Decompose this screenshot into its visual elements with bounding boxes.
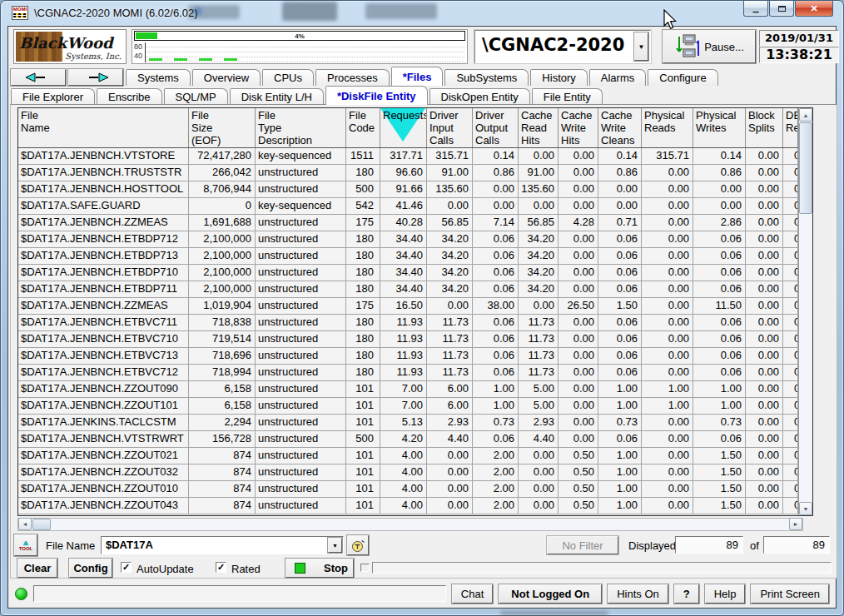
scroll-up-icon[interactable]: ▲	[799, 108, 812, 122]
column-header-file-type[interactable]: FileTypeDescription	[256, 108, 346, 147]
table-row[interactable]: $DAT17A.JENBNCH.ETBDP7102,100,000unstruc…	[18, 265, 798, 281]
table-row[interactable]: $DAT17A.JENBNCH.VTSTORE72,417,280key-seq…	[18, 148, 798, 165]
column-header-cache-write-hits[interactable]: CacheWriteHits	[559, 108, 598, 147]
column-header-cache-read-hits[interactable]: CacheReadHits	[519, 108, 559, 147]
column-header-db-re[interactable]: DBRe	[783, 108, 798, 147]
displayed-label: Displayed	[628, 539, 676, 552]
tab-file-entity[interactable]: File Entity	[532, 88, 603, 105]
tab-cpus[interactable]: CPUs	[262, 69, 314, 86]
rated-checkbox[interactable]: ✓	[216, 562, 226, 573]
files-sub-tab-bar: File ExplorerEnscribeSQL/MPDisk Entity L…	[11, 86, 834, 105]
table-row[interactable]: $DAT17A.JENBNCH.VTSTRWRT156,728unstructu…	[18, 431, 798, 448]
cell-db-re: 0	[783, 248, 798, 264]
stop-button[interactable]: Stop	[285, 559, 354, 578]
cell-file-type: unstructured	[256, 215, 346, 231]
table-row[interactable]: $DAT17A.JENBNCH.ZZOUT043874unstructured1…	[18, 498, 798, 514]
tab-scroll-left-button[interactable]	[11, 69, 66, 86]
cell-file-code: 180	[346, 365, 380, 380]
table-row[interactable]: $DAT17A.JENBNCH.ZZOUT010874unstructured1…	[18, 481, 798, 498]
column-header-driver-input-calls[interactable]: DriverInputCalls	[427, 108, 473, 147]
horizontal-scrollbar-thumb[interactable]	[32, 519, 51, 530]
tab-disk-entity-l-h[interactable]: Disk Entity L/H	[230, 88, 324, 105]
horizontal-scrollbar[interactable]: ◄ ►	[17, 518, 803, 531]
tab-enscribe[interactable]: Enscribe	[97, 88, 162, 105]
chat-button[interactable]: Chat	[452, 584, 493, 604]
cell-driver-output-calls: 0.06	[473, 281, 519, 297]
close-button[interactable]: ✕	[795, 1, 833, 17]
tab-processes[interactable]: Processes	[315, 69, 390, 86]
scroll-left-icon[interactable]: ◄	[18, 518, 32, 530]
cell-physical-writes: 0.06	[693, 431, 746, 447]
tab-alarms[interactable]: Alarms	[589, 69, 646, 86]
column-header-driver-output-calls[interactable]: DriverOutputCalls	[473, 108, 519, 147]
hints-button[interactable]: Hints On	[608, 584, 668, 604]
column-header-file-name[interactable]: FileName	[18, 108, 189, 147]
tab-diskfile-entity[interactable]: *DiskFile Entity	[325, 86, 428, 105]
file-name-combo[interactable]: $DAT17A ▼	[101, 536, 344, 554]
table-row[interactable]: $DAT17A.JENBNCH.ZZOUT032874unstructured1…	[18, 464, 798, 481]
scroll-down-icon[interactable]: ▼	[799, 502, 812, 515]
column-header-physical-writes[interactable]: PhysicalWrites	[693, 108, 746, 147]
help-button[interactable]: Help	[705, 584, 746, 604]
table-row[interactable]: $DAT17A.JENBNCH.ETBDP7112,100,000unstruc…	[18, 281, 798, 298]
autoupdate-checkbox[interactable]: ✓	[121, 562, 132, 573]
cell-block-splits: 0.00	[746, 148, 783, 164]
no-filter-button[interactable]: No Filter	[547, 536, 618, 554]
table-row[interactable]: $DAT17A.JENBNCH.ZZMEAS1,691,688unstructu…	[18, 215, 798, 231]
tab-sql-mp[interactable]: SQL/MP	[164, 88, 228, 105]
title-bar[interactable]: MOMI \CGNAC2-2020 MOMI (6.02/6.02) ▁ ✕	[1, 1, 843, 26]
tab-scroll-right-button[interactable]	[68, 69, 123, 86]
column-header-cache-write-cleans[interactable]: CacheWriteCleans	[598, 108, 642, 147]
table-row[interactable]: $DAT17A.JENBNCH.ETBDP7132,100,000unstruc…	[18, 248, 798, 265]
cell-physical-reads: 0.00	[642, 365, 693, 380]
tab-overview[interactable]: Overview	[192, 69, 261, 86]
table-row[interactable]: $DAT17A.JENBNCH.HOSTTOOL8,706,944unstruc…	[18, 181, 798, 198]
cell-cache-write-cleans: 0.06	[598, 315, 642, 330]
column-header-requests[interactable]: Requests	[380, 108, 427, 147]
table-row[interactable]: $DAT17A.JENBNCH.TRUSTSTR266,042unstructu…	[18, 165, 798, 181]
scroll-right-icon[interactable]: ►	[789, 518, 802, 530]
column-header-file-code[interactable]: FileCode	[346, 108, 380, 147]
vertical-scrollbar-thumb[interactable]	[799, 122, 812, 214]
table-row[interactable]: $DAT17A.SAFE.GUARD0key-sequenced54241.46…	[18, 198, 798, 215]
tab-files[interactable]: *Files	[391, 67, 444, 86]
tab-history[interactable]: History	[530, 69, 587, 86]
table-row[interactable]: $DAT17A.JENBNCH.ETBVC713718,696unstructu…	[18, 348, 798, 365]
system-selector[interactable]: \CGNAC2-2020 ▼	[474, 30, 651, 63]
table-row[interactable]: $DAT17A.JENBNCH.ZZOUT0906,158unstructure…	[18, 381, 798, 398]
cell-physical-writes: 0.06	[693, 315, 746, 330]
login-status-button[interactable]: Not Logged On	[499, 584, 602, 604]
table-row[interactable]: $DAT17A.JENBNCH.ZZOUT1016,158unstructure…	[18, 398, 798, 415]
tab-subsystems[interactable]: SubSystems	[444, 69, 529, 86]
combo-dropdown-arrow-icon[interactable]: ▼	[328, 538, 342, 553]
column-header-file-size[interactable]: FileSize(EOF)	[189, 108, 256, 147]
table-row[interactable]: $DAT17A.JENBNCH.ETBVC711718,838unstructu…	[18, 315, 798, 331]
filter-edit-button[interactable]	[347, 535, 369, 555]
pause-button[interactable]: Pause...	[663, 30, 756, 63]
table-row[interactable]: $DAT17A.JENBNCH.ZZMEAS1,019,904unstructu…	[18, 298, 798, 315]
system-dropdown-arrow-icon[interactable]: ▼	[634, 32, 648, 61]
cell-file-type: unstructured	[256, 165, 346, 181]
print-screen-button[interactable]: Print Screen	[751, 584, 829, 604]
tab-configure[interactable]: Configure	[648, 69, 717, 86]
cell-physical-reads: 0.00	[642, 281, 693, 297]
maximize-button[interactable]	[769, 1, 794, 17]
tool-button[interactable]: ▲ TOOL	[14, 534, 37, 556]
tab-diskopen-entity[interactable]: DiskOpen Entity	[429, 88, 530, 105]
table-row[interactable]: $DAT17A.JENBNCH.ETBVC710719,514unstructu…	[18, 331, 798, 348]
table-row[interactable]: $DAT17A.JENBNCH.ZZOUT021874unstructured1…	[18, 448, 798, 464]
tab-file-explorer[interactable]: File Explorer	[11, 88, 95, 105]
cell-requests: 11.93	[380, 365, 427, 380]
column-header-physical-reads[interactable]: PhysicalReads	[642, 108, 693, 147]
table-row[interactable]: $DAT17A.JENBNCH.ETBDP7122,100,000unstruc…	[18, 231, 798, 248]
question-button[interactable]: ?	[674, 584, 699, 604]
table-row[interactable]: $DAT17A.JENKINS.TACLCSTM2,294unstructure…	[18, 415, 798, 431]
tab-systems[interactable]: Systems	[126, 69, 191, 86]
table-row[interactable]: $DAT17A.JENBNCH.ETBVC712718,994unstructu…	[18, 365, 798, 381]
clear-button[interactable]: Clear	[17, 559, 57, 578]
config-button[interactable]: Config	[69, 559, 112, 578]
cell-physical-writes: 1.00	[693, 381, 746, 397]
vertical-scrollbar[interactable]: ▲ ▼	[798, 108, 812, 515]
column-header-block-splits[interactable]: BlockSplits	[746, 108, 783, 147]
minimize-button[interactable]: ▁	[743, 1, 768, 17]
